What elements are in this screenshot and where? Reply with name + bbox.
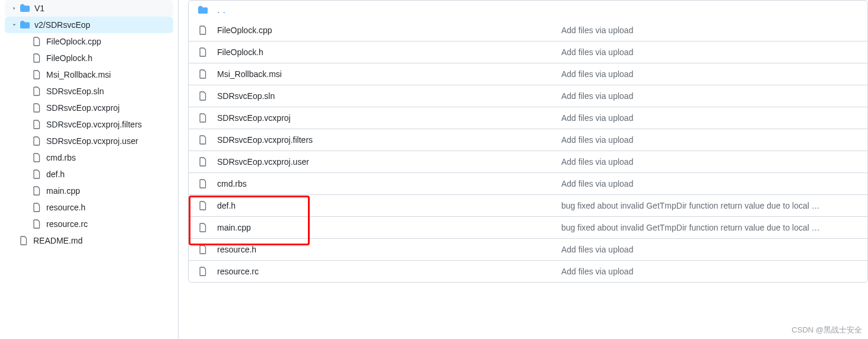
tree-file-label: cmd.rbs (46, 153, 76, 162)
file-icon (198, 245, 208, 254)
file-name-link[interactable]: main.cpp (217, 223, 561, 232)
file-icon (32, 120, 42, 129)
parent-directory-label: . . (217, 5, 226, 15)
file-icon (198, 25, 208, 35)
file-tree-sidebar: V1 v2/SDRsvcEop FileOplock.cppFileOplock… (0, 0, 178, 339)
tree-file[interactable]: FileOplock.cpp (5, 33, 173, 50)
folder-open-icon (20, 20, 30, 30)
commit-message-link[interactable]: Add files via upload (561, 47, 858, 57)
table-row[interactable]: SDRsvcEop.vcxproj.userAdd files via uplo… (189, 151, 867, 172)
table-row[interactable]: SDRsvcEop.slnAdd files via upload (189, 85, 867, 107)
file-icon (198, 157, 208, 167)
file-icon (32, 219, 42, 229)
tree-file-label: SDRsvcEop.vcxproj.user (46, 136, 138, 146)
tree-file-label: README.md (33, 236, 82, 245)
file-icon (32, 53, 42, 63)
tree-file-label: resource.h (46, 203, 85, 212)
tree-file[interactable]: main.cpp (5, 183, 173, 199)
tree-file-label: Msi_Rollback.msi (46, 70, 111, 79)
tree-file-label: SDRsvcEop.sln (46, 87, 104, 96)
file-icon (32, 153, 42, 162)
commit-message-link[interactable]: Add files via upload (561, 179, 858, 188)
file-name-link[interactable]: FileOplock.h (217, 47, 561, 57)
tree-folder-label: V1 (34, 4, 44, 13)
file-icon (32, 203, 42, 212)
folder-icon (20, 4, 30, 13)
file-name-link[interactable]: SDRsvcEop.vcxproj (217, 113, 561, 123)
tree-file-label: main.cpp (46, 186, 80, 196)
table-row[interactable]: Msi_Rollback.msiAdd files via upload (189, 63, 867, 85)
file-name-link[interactable]: Msi_Rollback.msi (217, 69, 561, 79)
commit-message-link[interactable]: Add files via upload (561, 135, 858, 145)
tree-file-label: FileOplock.h (46, 53, 93, 63)
commit-message-link[interactable]: Add files via upload (561, 267, 858, 276)
file-icon (32, 70, 42, 79)
file-name-link[interactable]: cmd.rbs (217, 179, 561, 188)
file-name-link[interactable]: resource.rc (217, 267, 561, 276)
tree-folder-v1[interactable]: V1 (5, 0, 173, 17)
file-icon (32, 136, 42, 146)
file-list-panel: . . FileOplock.cppAdd files via uploadFi… (178, 0, 868, 339)
parent-directory-row[interactable]: . . (189, 1, 867, 20)
commit-message-link[interactable]: Add files via upload (561, 69, 858, 79)
table-row[interactable]: FileOplock.hAdd files via upload (189, 41, 867, 63)
tree-file-label: FileOplock.cpp (46, 37, 101, 46)
file-icon (32, 170, 42, 179)
tree-file[interactable]: FileOplock.h (5, 50, 173, 66)
file-name-link[interactable]: FileOplock.cpp (217, 25, 561, 35)
file-name-link[interactable]: SDRsvcEop.vcxproj.user (217, 157, 561, 167)
commit-message-link[interactable]: Add files via upload (561, 91, 858, 101)
file-icon (198, 201, 208, 210)
tree-file-label: resource.rc (46, 219, 88, 229)
tree-file-readme[interactable]: README.md (5, 232, 173, 249)
file-name-link[interactable]: resource.h (217, 245, 561, 254)
table-row[interactable]: SDRsvcEop.vcxproj.filtersAdd files via u… (189, 129, 867, 151)
tree-file-label: SDRsvcEop.vcxproj.filters (46, 120, 142, 129)
file-name-link[interactable]: SDRsvcEop.vcxproj.filters (217, 135, 561, 145)
table-row[interactable]: cmd.rbsAdd files via upload (189, 172, 867, 194)
tree-folder-v2[interactable]: v2/SDRsvcEop (5, 17, 173, 33)
file-icon (198, 69, 208, 79)
table-row[interactable]: FileOplock.cppAdd files via upload (189, 20, 867, 41)
tree-file[interactable]: SDRsvcEop.vcxproj.filters (5, 116, 173, 133)
tree-file[interactable]: def.h (5, 166, 173, 183)
commit-message-link[interactable]: Add files via upload (561, 113, 858, 123)
table-row[interactable]: resource.rcAdd files via upload (189, 260, 867, 282)
folder-icon (198, 5, 208, 15)
file-table: . . FileOplock.cppAdd files via uploadFi… (188, 0, 868, 283)
tree-file-label: SDRsvcEop.vcxproj (46, 103, 120, 113)
chevron-down-icon (9, 22, 19, 28)
file-icon (198, 179, 208, 188)
file-icon (19, 236, 28, 245)
file-name-link[interactable]: def.h (217, 201, 561, 210)
tree-folder-label: v2/SDRsvcEop (34, 20, 90, 30)
table-row[interactable]: def.hbug fixed about invalid GetTmpDir f… (189, 194, 867, 216)
commit-message-link[interactable]: bug fixed about invalid GetTmpDir functi… (561, 201, 858, 210)
file-icon (32, 37, 42, 46)
commit-message-link[interactable]: bug fixed about invalid GetTmpDir functi… (561, 223, 858, 232)
tree-file[interactable]: SDRsvcEop.sln (5, 83, 173, 100)
tree-file-label: def.h (46, 170, 65, 179)
file-icon (32, 103, 42, 113)
file-name-link[interactable]: SDRsvcEop.sln (217, 91, 561, 101)
commit-message-link[interactable]: Add files via upload (561, 25, 858, 35)
tree-file[interactable]: resource.h (5, 199, 173, 216)
file-icon (198, 135, 208, 145)
table-row[interactable]: resource.hAdd files via upload (189, 238, 867, 260)
file-icon (198, 47, 208, 57)
tree-file[interactable]: cmd.rbs (5, 149, 173, 166)
file-icon (198, 91, 208, 101)
file-icon (32, 186, 42, 196)
table-row[interactable]: SDRsvcEop.vcxprojAdd files via upload (189, 107, 867, 129)
chevron-right-icon (9, 5, 19, 11)
file-icon (32, 87, 42, 96)
tree-file[interactable]: Msi_Rollback.msi (5, 66, 173, 83)
file-icon (198, 267, 208, 276)
table-row[interactable]: main.cppbug fixed about invalid GetTmpDi… (189, 216, 867, 238)
file-icon (198, 113, 208, 123)
commit-message-link[interactable]: Add files via upload (561, 157, 858, 167)
commit-message-link[interactable]: Add files via upload (561, 245, 858, 254)
tree-file[interactable]: SDRsvcEop.vcxproj.user (5, 133, 173, 149)
tree-file[interactable]: resource.rc (5, 216, 173, 232)
tree-file[interactable]: SDRsvcEop.vcxproj (5, 100, 173, 116)
